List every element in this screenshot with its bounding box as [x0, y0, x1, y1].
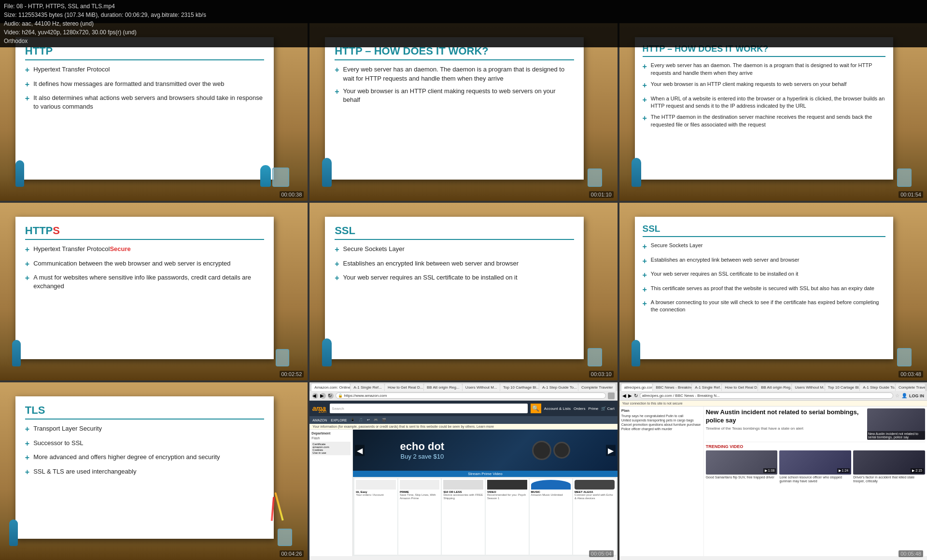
- cat-item-alexa: MEET ALEXA Connect your world with Echo …: [573, 478, 616, 555]
- news-video-2[interactable]: ▶ 1:24 Lone school resource officer who …: [779, 450, 851, 484]
- news-profile-icon[interactable]: 👤: [901, 393, 907, 398]
- back-button[interactable]: ◀: [312, 393, 318, 399]
- news-trending-label: TRENDING VIDEO: [706, 444, 925, 449]
- amazon-subnav-icon5: 🎬: [382, 418, 386, 422]
- amazon-subnav: AMAZON EXPLORE 📱 🎵 ↩ 🎮 🎬: [309, 416, 617, 424]
- news-sidebar-item-3[interactable]: Cancel promotion questions about furnitu…: [621, 423, 702, 426]
- news-tab-5[interactable]: BB Att origin Reg...: [758, 384, 791, 391]
- news-headline-article: New Austin incident not related to seria…: [706, 408, 925, 442]
- cell-http-how-2: HTTP – HOW DOES IT WORK? Every web serve…: [619, 23, 927, 201]
- news-address-text: allrecipes.go.com / BBC News - Breaking …: [642, 393, 720, 398]
- bookmark-icon[interactable]: [608, 392, 615, 399]
- amazon-notification: Your information (for example, passwords…: [309, 424, 617, 430]
- browser-tab-7[interactable]: A-1 Step Guide To...: [539, 384, 578, 391]
- news-refresh-btn[interactable]: ↻: [634, 393, 638, 398]
- browser-tab-active[interactable]: Amazon.com: Online Sh...: [311, 384, 350, 391]
- news-tab-3[interactable]: A-1 Single Ref...: [692, 384, 721, 391]
- info-line-1: File: 08 - HTTP, HTTPS, SSL and TLS.mp4: [4, 2, 923, 11]
- browser-tab-5[interactable]: Users Without M...: [463, 384, 500, 391]
- amazon-content-main: echo dot Buy 2 save $10 ◀ ▶: [353, 430, 617, 556]
- slide-title-ssl-2: SSL: [643, 224, 885, 237]
- timestamp-9: 00:05:48: [899, 550, 923, 557]
- news-sidebar-title: Plan: [621, 408, 702, 413]
- news-notification: Your connection to this site is not secu…: [619, 401, 927, 406]
- browser-tab-3[interactable]: How to Get Real D...: [385, 384, 423, 391]
- news-sidebar-item-1[interactable]: Trump says he congratulated Putin to cal…: [621, 414, 702, 418]
- bullet-item: Hypertext Transfer Protocol Secure: [25, 245, 264, 255]
- info-line-4: Video: h264, yuv420p, 1280x720, 30.00 fp…: [4, 28, 923, 37]
- address-bar-news[interactable]: allrecipes.go.com / BBC News - Breaking …: [640, 392, 893, 399]
- news-star-icon[interactable]: ☆: [895, 393, 899, 398]
- news-headline-img: New Austin incident not related to seria…: [867, 408, 925, 440]
- news-tab-9[interactable]: Complete Travel: [896, 384, 925, 391]
- banner-prev[interactable]: ◀: [355, 445, 365, 456]
- news-vid-title-3: Driver's factor in accident that killed …: [853, 476, 925, 484]
- echo-dot-subtitle: Buy 2 save $10: [400, 453, 444, 460]
- amazon-nav-prime: Prime: [588, 406, 598, 411]
- amazon-main-layout: Department Flash Certificate amazon.com …: [309, 430, 617, 556]
- amazon-categories: Hi, Easy Your orders / Account PRIME Sav…: [353, 477, 617, 556]
- amazon-search-icon[interactable]: 🔍: [531, 404, 541, 413]
- news-tab-active[interactable]: allrecipes.go.com: [621, 384, 652, 391]
- amazon-search-bar[interactable]: Search: [330, 404, 528, 413]
- cat-img-prime: [400, 480, 440, 490]
- cat-sub-video: Recommended for you: Psych Season 1: [487, 493, 527, 500]
- amazon-subnav-icon3: ↩: [367, 418, 370, 422]
- browser-tabs-amazon: Amazon.com: Online Sh... A-1 Single Ref.…: [309, 382, 617, 391]
- bullet-item: Every web server has an daemon. The daem…: [643, 62, 885, 77]
- news-vid-thumb-1: ▶ 1:08: [706, 450, 778, 475]
- news-tab-8[interactable]: A-1 Step Guide To...: [860, 384, 895, 391]
- bullet-item: Secure Sockets Layer: [643, 242, 885, 252]
- amazon-subnav-explore: EXPLORE: [331, 419, 347, 422]
- amazon-header: ama zon Search 🔍 Account & Lists Orders …: [309, 401, 617, 416]
- news-tab-6[interactable]: Users Without M...: [792, 384, 824, 391]
- news-login-btn[interactable]: LOG IN: [909, 393, 924, 398]
- news-back-btn[interactable]: ◀: [622, 393, 626, 398]
- slide-tls: TLS Transport Layer Security Successor t…: [15, 396, 274, 538]
- news-video-3[interactable]: ▶ 2:15 Driver's factor in accident that …: [853, 450, 925, 484]
- cell-news: allrecipes.go.com BBC News - Breaking N.…: [619, 382, 927, 560]
- browser-tab-2[interactable]: A-1 Single Ref...: [351, 384, 384, 391]
- amazon-nav-account: Account & Lists: [544, 406, 571, 411]
- news-tab-7[interactable]: Top 10 Cartage Bl...: [825, 384, 860, 391]
- cell-http-how-1: HTTP – HOW DOES IT WORK? Every web serve…: [309, 23, 617, 201]
- banner-next[interactable]: ▶: [606, 445, 616, 456]
- amazon-sidebar: Department Flash Certificate amazon.com …: [309, 430, 353, 556]
- news-trending-section: TRENDING VIDEO ▶ 1:08 Good Samaritans fl…: [706, 444, 925, 484]
- bullet-list-https: Hypertext Transfer Protocol Secure Commu…: [25, 245, 264, 294]
- timestamp-1: 00:00:38: [280, 191, 304, 198]
- news-video-1[interactable]: ▶ 1:08 Good Samaritans flip SUV, free tr…: [706, 450, 778, 484]
- echo-dot-title: echo dot: [400, 440, 444, 453]
- bullet-item: More advanced and offers higher degree o…: [25, 453, 264, 463]
- slide-title-http: HTTP: [25, 45, 264, 60]
- news-vid-title-1: Good Samaritans flip SUV, free trapped d…: [706, 476, 778, 479]
- info-line-5: Orthodox: [4, 37, 923, 45]
- forward-button[interactable]: ▶: [320, 393, 326, 399]
- amazon-nav-orders: Orders: [574, 406, 585, 411]
- news-tab-bbc[interactable]: BBC News - Breaking N...: [653, 384, 691, 391]
- svg-text:zon: zon: [319, 408, 326, 414]
- browser-tab-6[interactable]: Top 10 Carthage Bl...: [500, 384, 539, 391]
- browser-tab-8[interactable]: Complete Traveler: [578, 384, 616, 391]
- cat-sub-hi: Your orders / Account: [356, 493, 396, 497]
- toolbar-icons: [608, 392, 615, 399]
- bullet-item: It defines how messages are formatted an…: [25, 80, 264, 90]
- cell-tls: TLS Transport Layer Security Successor t…: [0, 382, 308, 560]
- browser-tab-4[interactable]: BB Att origin Reg...: [424, 384, 462, 391]
- cat-img-hi: [356, 480, 396, 490]
- news-sidebar-item-4[interactable]: Police officer charged with murder: [621, 427, 702, 431]
- news-tab-4[interactable]: How to Get Real D...: [722, 384, 758, 391]
- news-sidebar-item-2[interactable]: United suspends transporting pets in car…: [621, 419, 702, 422]
- news-fwd-btn[interactable]: ▶: [628, 393, 632, 398]
- bullet-list-http-how-2: Every web server has an daemon. The daem…: [643, 62, 885, 132]
- bullet-item: SSL & TLS are used interchangeably: [25, 467, 264, 477]
- news-video-grid: ▶ 1:08 Good Samaritans flip SUV, free tr…: [706, 450, 925, 484]
- address-bar-amazon[interactable]: 🔒 https://www.amazon.com: [336, 392, 605, 399]
- bullet-list-http-how-1: Every web server has an daemon. The daem…: [335, 65, 574, 108]
- refresh-button[interactable]: ↻: [328, 393, 334, 399]
- bullet-item: The HTTP daemon in the destination serve…: [643, 113, 885, 128]
- timestamp-3: 00:01:54: [899, 191, 923, 198]
- amazon-banner: echo dot Buy 2 save $10 ◀ ▶: [353, 430, 617, 471]
- slide-http-how-2: HTTP – HOW DOES IT WORK? Every web serve…: [635, 37, 893, 179]
- amazon-cookie-detail: Use in use: [312, 451, 350, 454]
